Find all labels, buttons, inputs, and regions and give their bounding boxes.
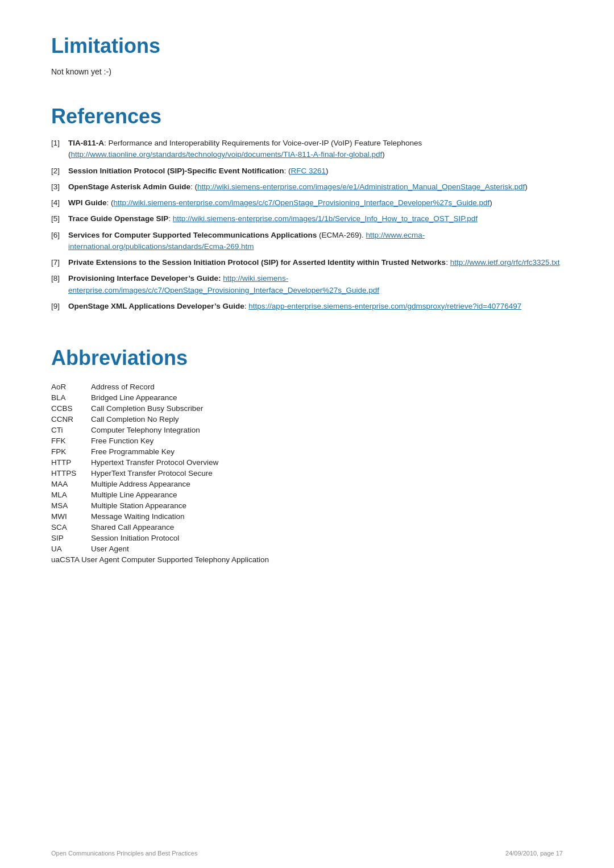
abbreviations-table: AoRAddress of RecordBLABridged Line Appe… <box>51 381 218 554</box>
abbr-row: MLAMultiple Line Appearance <box>51 489 218 500</box>
ref-link[interactable]: http://www.ietf.org/rfc/rfc3325.txt <box>450 258 560 267</box>
ref-num: [6] <box>51 230 68 253</box>
abbr-row: BLABridged Line Appearance <box>51 392 218 403</box>
abbr-row: CTiComputer Telephony Integration <box>51 425 218 435</box>
abbr-term: UA <box>51 543 91 554</box>
abbr-term: SCA <box>51 522 91 533</box>
abbr-term: MWI <box>51 511 91 522</box>
abbr-row: SIPSession Initiation Protocol <box>51 533 218 543</box>
footer-right: 24/09/2010, page 17 <box>505 850 563 857</box>
abbr-row: CCBSCall Completion Busy Subscriber <box>51 403 218 414</box>
ref-link[interactable]: RFC 3261 <box>291 167 326 175</box>
ref-link[interactable]: https://app-enterprise.siemens-enterpris… <box>248 302 521 310</box>
abbr-term: BLA <box>51 392 91 403</box>
ref-num: [1] <box>51 138 68 161</box>
reference-item: [5]Trace Guide Openstage SIP: http://wik… <box>51 213 563 225</box>
abbr-row: MAAMultiple Address Appearance <box>51 479 218 489</box>
ref-link[interactable]: http://www.tiaonline.org/standards/techn… <box>71 150 383 159</box>
abbr-definition: Free Programmable Key <box>91 446 218 457</box>
ref-content: Session Initiation Protocol (SIP)-Specif… <box>68 165 563 177</box>
abbr-definition: Multiple Line Appearance <box>91 489 218 500</box>
ref-link[interactable]: http://wiki.siemens-enterprise.com/image… <box>114 198 490 207</box>
abbr-row: MSAMultiple Station Appearance <box>51 500 218 511</box>
footer-left: Open Communications Principles and Best … <box>51 850 197 857</box>
abbr-definition: Address of Record <box>91 381 218 392</box>
abbr-definition: Message Waiting Indication <box>91 511 218 522</box>
abbr-row: MWIMessage Waiting Indication <box>51 511 218 522</box>
abbr-definition: Call Completion No Reply <box>91 414 218 425</box>
abbr-row: FPKFree Programmable Key <box>51 446 218 457</box>
abbr-term: CTi <box>51 425 91 435</box>
limitations-title: Limitations <box>51 34 563 58</box>
ref-content: Services for Computer Supported Telecomm… <box>68 230 563 253</box>
abbr-definition: Hypertext Transfer Protocol Overview <box>91 457 218 468</box>
abbr-term: CCBS <box>51 403 91 414</box>
page-footer: Open Communications Principles and Best … <box>51 850 563 857</box>
abbr-term: FPK <box>51 446 91 457</box>
ref-num: [7] <box>51 257 68 268</box>
abbr-row: AoRAddress of Record <box>51 381 218 392</box>
abbr-definition: Shared Call Appearance <box>91 522 218 533</box>
abbreviations-title: Abbreviations <box>51 346 563 370</box>
ref-num: [3] <box>51 181 68 193</box>
ref-content: OpenStage XML Applications Developer’s G… <box>68 301 563 312</box>
abbr-term: HTTP <box>51 457 91 468</box>
abbr-definition: Free Function Key <box>91 435 218 446</box>
ref-num: [2] <box>51 165 68 177</box>
abbreviations-section: Abbreviations AoRAddress of RecordBLABri… <box>51 346 563 564</box>
ref-content: Private Extensions to the Session Initia… <box>68 257 563 268</box>
ref-link[interactable]: http://wiki.siemens-enterprise.com/image… <box>197 182 525 191</box>
ref-num: [5] <box>51 213 68 225</box>
limitations-text: Not known yet :-) <box>51 67 563 76</box>
abbr-definition: User Agent <box>91 543 218 554</box>
reference-item: [2]Session Initiation Protocol (SIP)-Spe… <box>51 165 563 177</box>
reference-item: [9]OpenStage XML Applications Developer’… <box>51 301 563 312</box>
ref-content: OpenStage Asterisk Admin Guide: (http://… <box>68 181 563 193</box>
ref-content: WPI Guide: (http://wiki.siemens-enterpri… <box>68 197 563 209</box>
reference-item: [1]TIA-811-A: Performance and Interopera… <box>51 138 563 161</box>
ref-content: Provisioning Interface Developer’s Guide… <box>68 273 563 296</box>
ref-content: Trace Guide Openstage SIP: http://wiki.s… <box>68 213 563 225</box>
references-section: References [1]TIA-811-A: Performance and… <box>51 105 563 312</box>
references-title: References <box>51 105 563 128</box>
abbr-row: UAUser Agent <box>51 543 218 554</box>
abbr-term: FFK <box>51 435 91 446</box>
abbr-row: HTTPSHyperText Transfer Protocol Secure <box>51 468 218 479</box>
ref-content: TIA-811-A: Performance and Interoperabil… <box>68 138 563 161</box>
reference-item: [7]Private Extensions to the Session Ini… <box>51 257 563 268</box>
abbr-definition: HyperText Transfer Protocol Secure <box>91 468 218 479</box>
abbr-definition: Session Initiation Protocol <box>91 533 218 543</box>
reference-item: [6]Services for Computer Supported Telec… <box>51 230 563 253</box>
abbr-term: MSA <box>51 500 91 511</box>
abbr-definition: Multiple Address Appearance <box>91 479 218 489</box>
abbr-definition: Bridged Line Appearance <box>91 392 218 403</box>
abbr-row: CCNRCall Completion No Reply <box>51 414 218 425</box>
abbr-term: CCNR <box>51 414 91 425</box>
limitations-section: Limitations Not known yet :-) <box>51 34 563 76</box>
page-container: Limitations Not known yet :-) References… <box>0 0 614 609</box>
abbr-row: HTTPHypertext Transfer Protocol Overview <box>51 457 218 468</box>
abbr-definition: Multiple Station Appearance <box>91 500 218 511</box>
reference-item: [4]WPI Guide: (http://wiki.siemens-enter… <box>51 197 563 209</box>
abbr-term: SIP <box>51 533 91 543</box>
reference-item: [8]Provisioning Interface Developer’s Gu… <box>51 273 563 296</box>
ref-link[interactable]: http://wiki.siemens-enterprise.com/image… <box>173 214 478 223</box>
abbr-definition: Call Completion Busy Subscriber <box>91 403 218 414</box>
ref-num: [9] <box>51 301 68 312</box>
ref-num: [4] <box>51 197 68 209</box>
abbr-row: FFKFree Function Key <box>51 435 218 446</box>
reference-item: [3]OpenStage Asterisk Admin Guide: (http… <box>51 181 563 193</box>
abbr-term: MAA <box>51 479 91 489</box>
uacsta-row: uaCSTA User Agent Computer Supported Tel… <box>51 555 563 564</box>
abbr-term: AoR <box>51 381 91 392</box>
abbr-definition: Computer Telephony Integration <box>91 425 218 435</box>
abbr-row: SCAShared Call Appearance <box>51 522 218 533</box>
abbr-term: MLA <box>51 489 91 500</box>
abbr-term: HTTPS <box>51 468 91 479</box>
references-list: [1]TIA-811-A: Performance and Interopera… <box>51 138 563 312</box>
ref-num: [8] <box>51 273 68 296</box>
